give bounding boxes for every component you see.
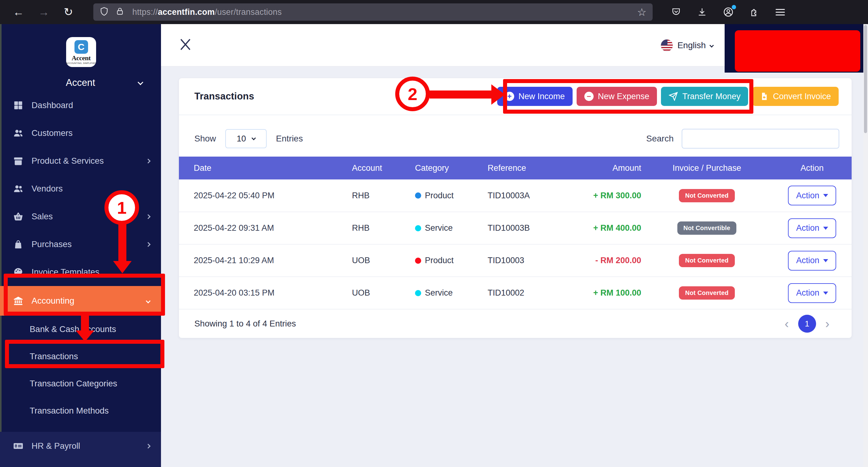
sidebar-subitem-transaction-categories[interactable]: Transaction Categories: [0, 370, 161, 397]
cell-invoice-status: Not Converted: [641, 277, 773, 309]
lock-icon: [116, 7, 124, 17]
browser-toolbar: ← → ↻ https://accentfin.com/user/transac…: [0, 0, 868, 24]
sidebar-toggle-x[interactable]: [179, 37, 192, 53]
status-badge: Not Converted: [679, 254, 735, 267]
user-menu-area[interactable]: [724, 24, 868, 73]
sidebar-item-product-services[interactable]: Product & Services: [0, 147, 161, 175]
page-size-value: 10: [237, 134, 246, 144]
download-icon[interactable]: [697, 7, 707, 17]
logo-title: Accent: [72, 54, 91, 62]
language-label: English: [677, 40, 706, 51]
pagination: ‹ 1 ›: [784, 315, 829, 333]
card-header: Transactions + New Income − New Expense: [179, 78, 851, 115]
category-dot: [415, 225, 421, 231]
chevron-right-icon: [146, 443, 151, 448]
sidebar: C Accent ACCOUNTING, SIMPLIFIED Accent D…: [0, 24, 161, 467]
account-icon[interactable]: [723, 7, 734, 17]
col-header-account: Account: [352, 157, 415, 179]
row-action-button[interactable]: Action: [788, 251, 836, 271]
current-page-button[interactable]: 1: [798, 315, 816, 333]
row-action-button[interactable]: Action: [788, 186, 836, 205]
sidebar-item-customers[interactable]: Customers: [0, 119, 161, 147]
payroll-check-icon: $: [12, 441, 24, 451]
convert-invoice-button[interactable]: Convert Invoice: [752, 87, 839, 106]
transfer-money-button[interactable]: Transfer Money: [661, 87, 748, 106]
col-header-action: Action: [773, 157, 851, 179]
users-icon: [12, 184, 24, 194]
table-row: 2025-04-22 09:31 AM RHB Service TID10003…: [179, 212, 851, 244]
show-label: Show: [194, 134, 216, 144]
browser-scrollbar[interactable]: [863, 24, 868, 467]
language-selector[interactable]: English: [661, 24, 713, 66]
sidebar-item-vendors[interactable]: Vendors: [0, 175, 161, 203]
menu-hamburger-icon[interactable]: [776, 7, 785, 17]
button-label: New Income: [519, 92, 565, 101]
workspace-switcher[interactable]: Accent: [0, 73, 161, 92]
cell-amount: - RM 200.00: [581, 244, 641, 277]
extensions-puzzle-icon[interactable]: [750, 7, 760, 17]
page-size-select[interactable]: 10: [225, 129, 267, 148]
cell-reference: TID10003: [488, 244, 581, 277]
url-text: https://accentfin.com/user/transactions: [132, 7, 282, 17]
basket-icon: [12, 211, 24, 222]
chevron-left-icon[interactable]: ‹: [784, 318, 788, 330]
sidebar-item-sales[interactable]: Sales: [0, 203, 161, 230]
table-row: 2025-04-20 03:15 PM UOB Service TID10002…: [179, 277, 851, 309]
new-income-button[interactable]: + New Income: [497, 87, 572, 106]
chevron-down-icon: [146, 298, 151, 303]
sidebar-item-hr-payroll[interactable]: $ HR & Payroll: [0, 432, 161, 460]
palette-icon: [12, 267, 24, 277]
sidebar-subitem-transaction-methods[interactable]: Transaction Methods: [0, 397, 161, 424]
sidebar-lower-section: $ HR & Payroll Reports: [0, 432, 161, 467]
sidebar-subitem-transactions[interactable]: Transactions: [0, 343, 161, 370]
sidebar-subitem-label: Transactions: [30, 352, 78, 361]
table-header-row: Date Account Category Reference Amount I…: [179, 157, 851, 179]
cell-amount: + RM 400.00: [581, 212, 641, 244]
status-badge: Not Convertible: [677, 222, 737, 235]
transactions-card: Transactions + New Income − New Expense: [179, 78, 852, 338]
plus-circle-icon: +: [505, 92, 514, 101]
row-action-button[interactable]: Action: [788, 219, 836, 238]
chevron-right-icon[interactable]: ›: [825, 318, 829, 330]
search-label: Search: [646, 134, 674, 144]
sidebar-item-purchases[interactable]: Purchases: [0, 230, 161, 258]
cell-category: Service: [415, 212, 488, 244]
row-action-button[interactable]: Action: [788, 283, 836, 303]
cell-date: 2025-04-22 09:31 AM: [179, 212, 352, 244]
file-convert-icon: [760, 92, 769, 101]
sidebar-item-invoice-templates[interactable]: Invoice Templates: [0, 258, 161, 286]
sidebar-subitem-label: Transaction Methods: [30, 406, 109, 416]
sidebar-item-label: Accounting: [32, 296, 74, 306]
bookmark-star-icon[interactable]: ☆: [637, 6, 646, 18]
app-logo: C Accent ACCOUNTING, SIMPLIFIED: [66, 37, 96, 67]
account-badge: [732, 5, 736, 9]
new-expense-button[interactable]: − New Expense: [577, 87, 657, 106]
redacted-user-info: [735, 30, 860, 72]
sidebar-item-reports[interactable]: Reports: [0, 460, 161, 467]
scrollbar-thumb[interactable]: [864, 25, 867, 133]
bank-icon: [12, 296, 24, 306]
sidebar-subitem-bank-cash-accounts[interactable]: Bank & Cash Accounts: [0, 316, 161, 343]
table-footer: Showing 1 to 4 of 4 Entries ‹ 1 ›: [179, 309, 851, 338]
refresh-icon[interactable]: ↻: [64, 6, 73, 18]
pocket-icon[interactable]: [671, 7, 681, 17]
sidebar-subitem-label: Bank & Cash Accounts: [30, 324, 116, 334]
cell-date: 2025-04-21 10:29 AM: [179, 244, 352, 277]
box-icon: [12, 156, 24, 166]
sidebar-item-dashboard[interactable]: Dashboard: [0, 92, 161, 119]
sidebar-item-label: Invoice Templates: [32, 267, 99, 277]
page-content: Transactions + New Income − New Expense: [161, 66, 868, 338]
cell-account: UOB: [352, 277, 415, 309]
sidebar-item-accounting[interactable]: Accounting: [0, 286, 161, 316]
logo-subtitle: ACCOUNTING, SIMPLIFIED: [66, 62, 96, 64]
minus-circle-icon: −: [584, 92, 594, 101]
category-dot: [415, 192, 421, 199]
shield-icon[interactable]: [99, 6, 109, 18]
search-input[interactable]: [682, 129, 839, 148]
cell-amount: + RM 100.00: [581, 277, 641, 309]
url-bar[interactable]: https://accentfin.com/user/transactions …: [93, 3, 653, 21]
back-icon[interactable]: ←: [13, 6, 24, 18]
forward-icon[interactable]: →: [38, 6, 50, 18]
workspace-name: Accent: [66, 77, 95, 88]
col-header-invoice-purchase: Invoice / Purchase: [641, 157, 773, 179]
